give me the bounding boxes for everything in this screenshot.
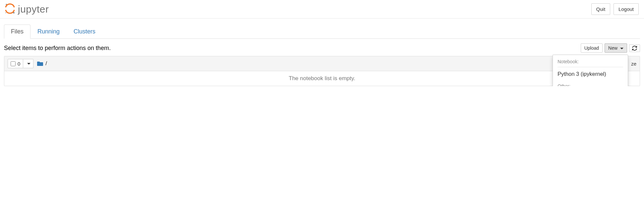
logo-text: jupyter [18,4,49,15]
svg-point-2 [5,12,6,13]
tab-files[interactable]: Files [4,25,30,39]
tabs: Files Running Clusters [4,25,640,39]
dropdown-header-other: Other: [553,81,628,86]
select-all-control: 0 [8,59,33,68]
tab-running[interactable]: Running [30,25,67,39]
new-button-label: New [608,45,617,51]
caret-down-icon [620,48,623,49]
select-all-checkbox[interactable] [11,61,16,66]
instruction-text: Select items to perform actions on them. [4,45,111,52]
file-list: 0 / Name ze The notebook list i [4,56,640,86]
jupyter-logo[interactable]: jupyter [4,3,49,16]
main: Files Running Clusters Select items to p… [0,25,644,86]
upload-button[interactable]: Upload [581,43,603,53]
refresh-icon [632,46,637,51]
new-dropdown: Notebook: Python 3 (ipykernel) Other: Te… [553,55,628,86]
select-all-left: 0 [8,59,23,68]
select-all-dropdown[interactable] [23,59,33,68]
dropdown-header-notebook: Notebook: [553,57,628,66]
toolbar-right: Upload New Notebook: Python 3 (ipykernel… [581,43,640,53]
size-column-truncated: ze [631,61,636,67]
tab-clusters[interactable]: Clusters [67,25,102,39]
svg-point-1 [13,12,15,14]
new-button[interactable]: New [605,43,627,53]
divider [558,67,623,67]
quit-button[interactable]: Quit [591,3,611,15]
breadcrumb-root: / [45,60,47,67]
header-buttons: Quit Logout [591,3,639,15]
menu-item-python3[interactable]: Python 3 (ipykernel) [553,69,628,79]
logout-button[interactable]: Logout [614,3,639,15]
toolbar: Select items to perform actions on them.… [4,43,640,53]
folder-icon [37,61,43,66]
breadcrumb[interactable]: / [37,60,47,67]
list-header: 0 / Name ze [4,56,640,71]
caret-down-icon [27,63,30,65]
refresh-button[interactable] [629,44,640,52]
selected-count: 0 [18,61,20,67]
empty-message: The notebook list is empty. [4,71,640,86]
header: jupyter Quit Logout [0,0,644,19]
jupyter-icon [4,3,16,16]
